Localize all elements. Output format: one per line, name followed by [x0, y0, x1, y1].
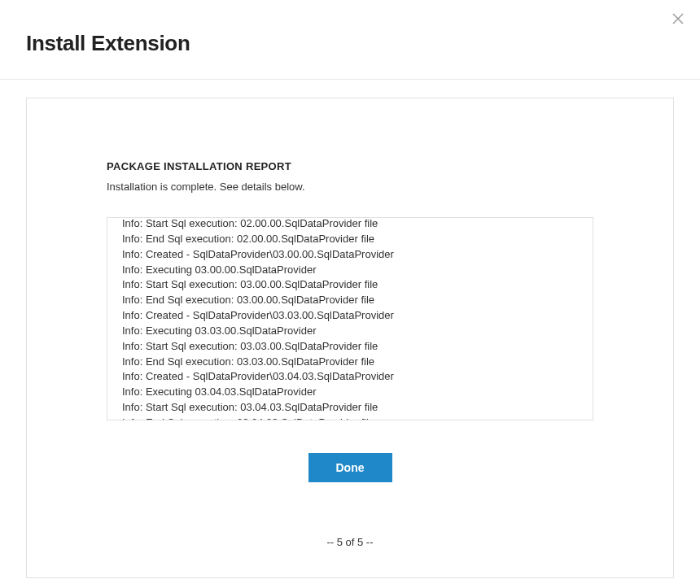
report-heading: PACKAGE INSTALLATION REPORT — [107, 160, 593, 172]
log-line: Info: End Sql execution: 03.00.00.SqlDat… — [122, 293, 578, 308]
done-button[interactable]: Done — [308, 453, 392, 482]
log-line: Info: Start Sql execution: 03.00.00.SqlD… — [122, 277, 578, 293]
log-line: Info: Start Sql execution: 03.04.03.SqlD… — [122, 400, 578, 416]
close-icon — [672, 13, 684, 24]
log-line: Info: Created - SqlDataProvider\03.04.03… — [122, 369, 578, 385]
log-line: Info: End Sql execution: 03.03.00.SqlDat… — [122, 355, 578, 370]
step-indicator: -- 5 of 5 -- — [107, 536, 593, 548]
page-title: Install Extension — [0, 0, 700, 56]
log-line: Info: End Sql execution: 03.04.03.SqlDat… — [122, 416, 578, 420]
install-log[interactable]: Info: Start Sql execution: 02.00.00.SqlD… — [107, 217, 593, 420]
report-panel: PACKAGE INSTALLATION REPORT Installation… — [26, 98, 674, 578]
log-line: Info: Created - SqlDataProvider\03.03.00… — [122, 308, 578, 324]
close-button[interactable] — [672, 13, 684, 24]
log-line: Info: End Sql execution: 02.00.00.SqlDat… — [122, 232, 578, 247]
log-line: Info: Executing 03.04.03.SqlDataProvider — [122, 385, 578, 400]
log-line: Info: Start Sql execution: 02.00.00.SqlD… — [122, 217, 578, 232]
log-line: Info: Executing 03.03.00.SqlDataProvider — [122, 324, 578, 339]
log-line: Info: Executing 03.00.00.SqlDataProvider — [122, 263, 578, 278]
log-line: Info: Start Sql execution: 03.03.00.SqlD… — [122, 339, 578, 355]
report-subtitle: Installation is complete. See details be… — [107, 181, 593, 193]
log-line: Info: Created - SqlDataProvider\03.00.00… — [122, 247, 578, 263]
header-divider — [0, 79, 700, 80]
